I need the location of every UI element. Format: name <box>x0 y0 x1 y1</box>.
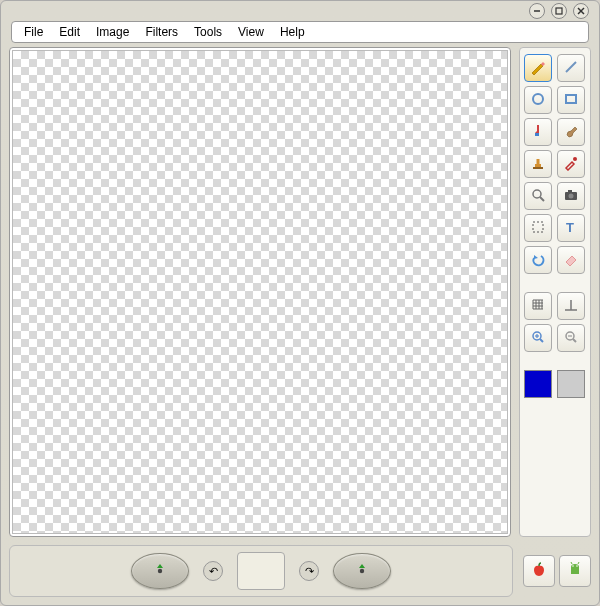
svg-line-40 <box>571 562 572 564</box>
rect-icon <box>563 91 579 110</box>
undo-tool[interactable] <box>524 246 552 274</box>
primary-color-swatch[interactable] <box>524 370 552 398</box>
svg-line-30 <box>540 339 543 342</box>
pencil-tool[interactable] <box>524 54 552 82</box>
line-icon <box>563 59 579 78</box>
preview-box <box>237 552 285 590</box>
zoom-in-tool[interactable] <box>524 324 552 352</box>
nav-left-button[interactable] <box>131 553 189 589</box>
svg-point-39 <box>576 565 578 567</box>
menu-filters[interactable]: Filters <box>139 23 184 41</box>
redo-small-button[interactable]: ↷ <box>299 561 319 581</box>
stamp-tool[interactable] <box>524 150 552 178</box>
svg-rect-6 <box>566 95 576 103</box>
eyedropper-icon <box>563 155 579 174</box>
svg-point-37 <box>360 569 364 573</box>
up-arrow-icon <box>355 562 369 580</box>
pencil-icon <box>530 59 546 78</box>
menu-bar: File Edit Image Filters Tools View Help <box>11 21 589 43</box>
eyedropper-tool[interactable] <box>557 150 585 178</box>
android-button[interactable] <box>559 555 591 587</box>
baseline-icon <box>563 297 579 316</box>
svg-rect-10 <box>533 167 543 169</box>
fill-icon <box>530 123 546 142</box>
svg-line-4 <box>566 62 576 72</box>
magnify-tool[interactable] <box>524 182 552 210</box>
svg-point-11 <box>573 157 577 161</box>
undo-small-button[interactable]: ↶ <box>203 561 223 581</box>
apple-button[interactable] <box>523 555 555 587</box>
brush-icon <box>563 123 579 142</box>
circle-tool[interactable] <box>524 86 552 114</box>
svg-line-34 <box>573 339 576 342</box>
menu-image[interactable]: Image <box>90 23 135 41</box>
eraser-tool[interactable] <box>557 246 585 274</box>
close-button[interactable] <box>573 3 589 19</box>
menu-help[interactable]: Help <box>274 23 311 41</box>
text-tool[interactable]: T <box>557 214 585 242</box>
svg-rect-8 <box>535 164 541 167</box>
rect-tool[interactable] <box>557 86 585 114</box>
circle-icon <box>530 91 546 110</box>
svg-rect-9 <box>537 159 540 164</box>
camera-tool[interactable] <box>557 182 585 210</box>
minimize-button[interactable] <box>529 3 545 19</box>
grid-tool[interactable] <box>524 292 552 320</box>
baseline-tool[interactable] <box>557 292 585 320</box>
grid-icon <box>530 297 546 316</box>
menu-tools[interactable]: Tools <box>188 23 228 41</box>
nav-right-button[interactable] <box>333 553 391 589</box>
svg-point-15 <box>569 193 574 198</box>
svg-rect-7 <box>535 133 539 136</box>
tool-panel: T <box>519 47 591 537</box>
zoom-in-icon <box>530 329 546 348</box>
brush-tool[interactable] <box>557 118 585 146</box>
svg-line-13 <box>540 197 544 201</box>
apple-icon <box>530 560 548 583</box>
svg-line-41 <box>578 562 579 564</box>
select-icon <box>530 219 546 238</box>
app-window: File Edit Image Filters Tools View Help <box>0 0 600 606</box>
svg-text:T: T <box>566 220 574 235</box>
svg-point-12 <box>533 190 541 198</box>
svg-point-38 <box>572 565 574 567</box>
canvas-frame <box>9 47 511 537</box>
svg-rect-17 <box>533 222 543 232</box>
undo-small-icon: ↶ <box>209 565 218 578</box>
secondary-color-swatch[interactable] <box>557 370 585 398</box>
magnify-icon <box>530 187 546 206</box>
android-icon <box>566 560 584 583</box>
fill-tool[interactable] <box>524 118 552 146</box>
titlebar <box>1 1 599 21</box>
menu-view[interactable]: View <box>232 23 270 41</box>
bottom-bar: ↶ ↷ <box>9 545 591 597</box>
text-icon: T <box>563 219 579 238</box>
eraser-icon <box>563 251 579 270</box>
zoom-out-tool[interactable] <box>557 324 585 352</box>
camera-icon <box>563 187 579 206</box>
menu-edit[interactable]: Edit <box>53 23 86 41</box>
bottom-panel: ↶ ↷ <box>9 545 513 597</box>
menu-file[interactable]: File <box>18 23 49 41</box>
redo-small-icon: ↷ <box>305 565 314 578</box>
svg-point-5 <box>533 94 543 104</box>
maximize-button[interactable] <box>551 3 567 19</box>
stamp-icon <box>530 155 546 174</box>
canvas[interactable] <box>12 50 508 534</box>
svg-point-36 <box>158 569 162 573</box>
svg-rect-1 <box>556 8 562 14</box>
line-tool[interactable] <box>557 54 585 82</box>
zoom-out-icon <box>563 329 579 348</box>
svg-rect-16 <box>568 190 572 192</box>
undo-icon <box>530 251 546 270</box>
up-arrow-icon <box>153 562 167 580</box>
select-tool[interactable] <box>524 214 552 242</box>
